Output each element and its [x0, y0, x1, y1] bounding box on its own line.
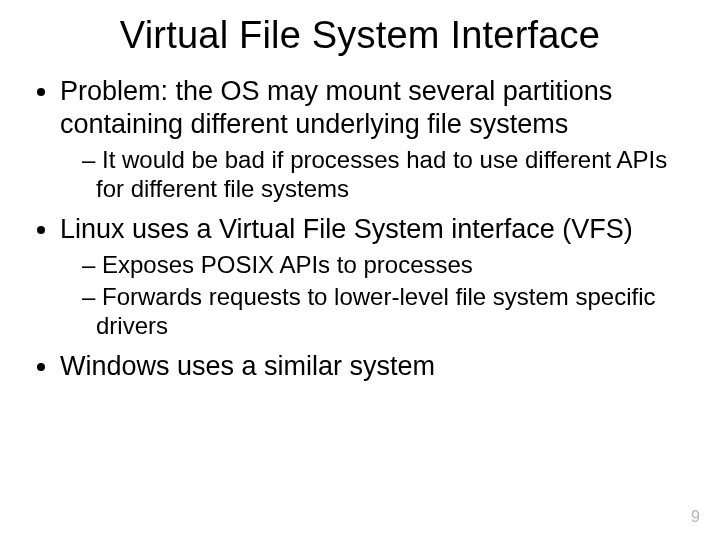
bullet-text: Windows uses a similar system [60, 351, 435, 381]
sub-bullet-text: It would be bad if processes had to use … [96, 146, 667, 202]
sub-bullet-list: It would be bad if processes had to use … [60, 145, 692, 204]
bullet-text: Problem: the OS may mount several partit… [60, 76, 612, 139]
bullet-list: Problem: the OS may mount several partit… [28, 75, 692, 383]
bullet-item: Windows uses a similar system [60, 350, 692, 383]
sub-bullet-item: It would be bad if processes had to use … [82, 145, 692, 204]
slide-title: Virtual File System Interface [28, 14, 692, 57]
bullet-text: Linux uses a Virtual File System interfa… [60, 214, 633, 244]
bullet-item: Problem: the OS may mount several partit… [60, 75, 692, 203]
slide: Virtual File System Interface Problem: t… [0, 0, 720, 540]
page-number: 9 [691, 508, 700, 526]
sub-bullet-item: Forwards requests to lower-level file sy… [82, 282, 692, 341]
sub-bullet-item: Exposes POSIX APIs to processes [82, 250, 692, 279]
sub-bullet-text: Exposes POSIX APIs to processes [102, 251, 473, 278]
bullet-item: Linux uses a Virtual File System interfa… [60, 213, 692, 340]
sub-bullet-list: Exposes POSIX APIs to processes Forwards… [60, 250, 692, 340]
sub-bullet-text: Forwards requests to lower-level file sy… [96, 283, 656, 339]
